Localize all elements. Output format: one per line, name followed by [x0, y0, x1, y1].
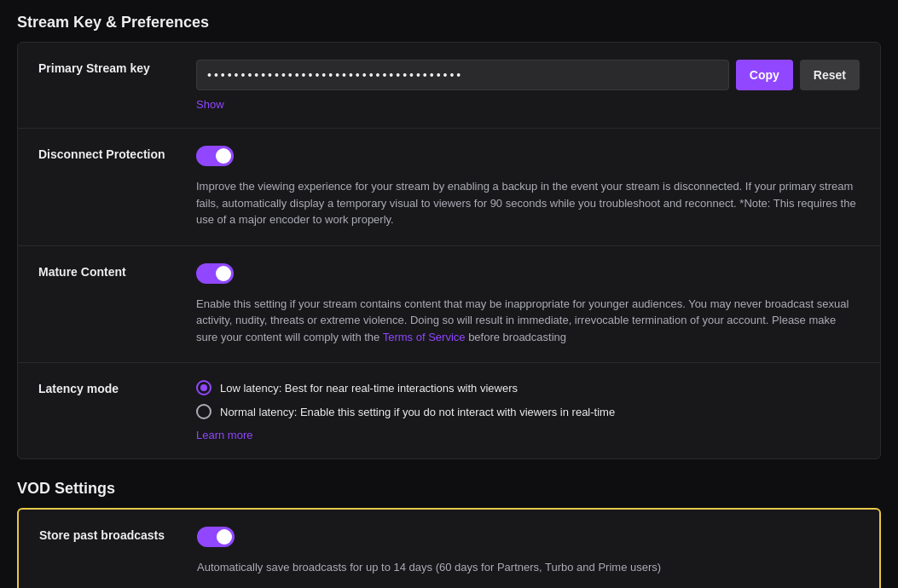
reset-button[interactable]: Reset [800, 60, 860, 90]
stream-settings-panel: Primary Stream key Copy Reset Show Disco… [17, 42, 881, 459]
vod-settings-title: VOD Settings [17, 480, 881, 498]
store-broadcasts-description: Automatically save broadcasts for up to … [197, 559, 859, 576]
mature-content-desc-after: before broadcasting [466, 331, 567, 343]
mature-content-description: Enable this setting if your stream conta… [196, 296, 860, 346]
latency-mode-label: Latency mode [38, 380, 196, 395]
store-broadcasts-content: Automatically save broadcasts for up to … [197, 527, 859, 576]
stream-key-content: Copy Reset Show [196, 60, 860, 111]
stream-key-row: Primary Stream key Copy Reset Show [18, 43, 880, 129]
normal-latency-option[interactable]: Normal latency: Enable this setting if y… [196, 404, 860, 419]
stream-key-label: Primary Stream key [38, 60, 196, 75]
disconnect-protection-toggle[interactable] [196, 146, 234, 166]
latency-radio-group: Low latency: Best for near real-time int… [196, 380, 860, 419]
latency-mode-row: Latency mode Low latency: Best for near … [18, 363, 880, 458]
copy-button[interactable]: Copy [736, 60, 793, 90]
low-latency-label: Low latency: Best for near real-time int… [220, 382, 518, 395]
mature-content-toggle[interactable] [196, 263, 234, 284]
disconnect-protection-label: Disconnect Protection [38, 146, 196, 161]
learn-more-link[interactable]: Learn more [196, 429, 252, 441]
latency-mode-content: Low latency: Best for near real-time int… [196, 380, 860, 441]
store-broadcasts-label: Store past broadcasts [39, 527, 197, 542]
normal-latency-label: Normal latency: Enable this setting if y… [220, 406, 615, 418]
disconnect-protection-row: Disconnect Protection Improve the viewin… [18, 129, 880, 246]
store-broadcasts-row: Store past broadcasts Automatically save… [19, 510, 879, 588]
stream-key-input[interactable] [196, 60, 729, 90]
stream-key-input-row: Copy Reset [196, 60, 860, 90]
low-latency-option[interactable]: Low latency: Best for near real-time int… [196, 380, 860, 395]
low-latency-radio[interactable] [196, 380, 211, 395]
vod-settings-panel: Store past broadcasts Automatically save… [17, 508, 881, 588]
show-link[interactable]: Show [196, 98, 224, 111]
mature-content-content: Enable this setting if your stream conta… [196, 263, 860, 346]
mature-content-label: Mature Content [38, 263, 196, 279]
page-title: Stream Key & Preferences [17, 14, 881, 32]
normal-latency-radio[interactable] [196, 404, 211, 419]
disconnect-protection-content: Improve the viewing experience for your … [196, 146, 860, 228]
page-container: Stream Key & Preferences Primary Stream … [0, 0, 898, 588]
mature-content-row: Mature Content Enable this setting if yo… [18, 246, 880, 364]
disconnect-protection-description: Improve the viewing experience for your … [196, 178, 860, 228]
store-broadcasts-toggle[interactable] [197, 527, 235, 547]
terms-of-service-link[interactable]: Terms of Service [383, 331, 466, 343]
